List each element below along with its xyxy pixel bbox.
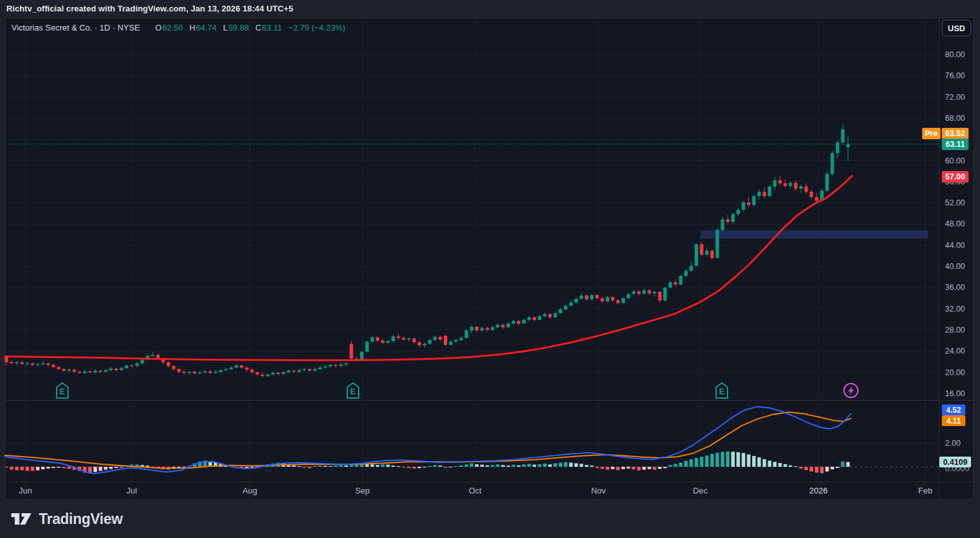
histogram-bar bbox=[700, 457, 704, 467]
candle-body bbox=[731, 214, 735, 222]
candle-body bbox=[642, 290, 646, 294]
candle-body bbox=[579, 296, 583, 299]
histogram-bar bbox=[694, 458, 698, 467]
candle-body bbox=[747, 202, 750, 205]
histogram-bar bbox=[668, 465, 672, 467]
histogram-bar bbox=[658, 467, 662, 469]
histogram-bar bbox=[810, 467, 813, 471]
candle-body bbox=[209, 371, 212, 373]
candle-body bbox=[804, 186, 808, 191]
histogram-bar bbox=[742, 453, 745, 467]
candle-body bbox=[527, 317, 531, 320]
candle-body bbox=[167, 362, 170, 366]
candle-body bbox=[183, 372, 186, 373]
candle-body bbox=[4, 357, 8, 362]
candle-body bbox=[324, 366, 328, 368]
histogram-bar bbox=[36, 467, 40, 471]
premarket-label-badge: Pre bbox=[922, 128, 941, 139]
price-tick-label: 28.00 bbox=[945, 326, 965, 335]
histogram-bar bbox=[454, 466, 458, 467]
candle-body bbox=[376, 338, 380, 341]
tradingview-logo[interactable]: TradingView bbox=[10, 509, 123, 529]
histogram-bar bbox=[470, 464, 474, 467]
last-price-badge: 63.11 bbox=[942, 139, 969, 150]
histogram-bar bbox=[517, 466, 521, 467]
candle-body bbox=[308, 369, 312, 371]
currency-button[interactable]: USD bbox=[942, 20, 971, 36]
histogram-bar bbox=[62, 467, 66, 468]
histogram-bar bbox=[710, 454, 714, 467]
candle-body bbox=[815, 197, 818, 201]
time-tick-label: 2026 bbox=[810, 486, 828, 495]
candle-body bbox=[585, 296, 589, 300]
histogram-bar bbox=[381, 464, 385, 467]
price-tick-label: 20.00 bbox=[945, 368, 965, 377]
histogram-bar bbox=[689, 459, 693, 467]
histogram-bar bbox=[345, 466, 349, 467]
histogram-bar bbox=[616, 467, 620, 470]
histogram-bar bbox=[386, 465, 390, 467]
histogram-bar bbox=[736, 452, 740, 467]
candle-body bbox=[318, 368, 322, 369]
histogram-bar bbox=[109, 467, 113, 469]
histogram-bar bbox=[491, 465, 495, 467]
candle-body bbox=[25, 363, 29, 364]
histogram-bar bbox=[783, 464, 787, 467]
signal-value-badge: 4.11 bbox=[942, 415, 965, 426]
candle-body bbox=[553, 313, 557, 317]
chart-canvas[interactable]: EEE bbox=[0, 0, 980, 538]
symbol-title[interactable]: Victorias Secret & Co. · 1D · NYSE bbox=[11, 23, 140, 32]
histogram-bar bbox=[324, 466, 328, 467]
histogram-bar bbox=[25, 467, 29, 471]
svg-text:E: E bbox=[350, 387, 355, 396]
candle-body bbox=[235, 366, 238, 368]
candle-body bbox=[543, 314, 547, 316]
candle-body bbox=[752, 196, 756, 205]
histogram-bar bbox=[815, 467, 818, 472]
candle-body bbox=[679, 276, 683, 284]
price-tick-label: 80.00 bbox=[945, 50, 965, 59]
candle-body bbox=[836, 142, 839, 153]
candle-body bbox=[825, 174, 829, 191]
histogram-bar bbox=[4, 467, 8, 467]
histogram-bar bbox=[705, 455, 709, 467]
low-label: L bbox=[223, 23, 228, 32]
histogram-bar bbox=[444, 467, 448, 467]
histogram-bar bbox=[626, 467, 630, 469]
candle-body bbox=[595, 295, 599, 298]
candle-body bbox=[606, 297, 610, 301]
histogram-bar bbox=[673, 464, 677, 467]
candle-body bbox=[574, 299, 578, 303]
histogram-bar bbox=[684, 461, 688, 467]
highlight-band[interactable] bbox=[701, 230, 928, 238]
histogram-bar bbox=[412, 467, 416, 469]
symbol-legend[interactable]: Victorias Secret & Co. · 1D · NYSE O 62.… bbox=[11, 22, 345, 33]
candle-body bbox=[245, 368, 249, 369]
histogram-bar bbox=[825, 467, 829, 471]
histogram-bar bbox=[632, 467, 636, 469]
candle-body bbox=[298, 370, 301, 371]
histogram-bar bbox=[428, 466, 432, 467]
candle-body bbox=[292, 371, 296, 372]
candle-body bbox=[371, 338, 375, 342]
histogram-bar bbox=[778, 463, 782, 467]
histogram-bar bbox=[308, 467, 312, 468]
candle-body bbox=[799, 186, 803, 188]
candle-body bbox=[564, 306, 568, 310]
candle-body bbox=[287, 371, 291, 372]
candle-body bbox=[454, 340, 458, 341]
svg-text:E: E bbox=[60, 387, 65, 396]
ma-price-badge: 57.00 bbox=[942, 171, 969, 183]
histogram-bar bbox=[120, 467, 123, 467]
candle-body bbox=[428, 340, 432, 344]
candle-body bbox=[266, 375, 270, 376]
candle-body bbox=[214, 372, 217, 373]
histogram-bar bbox=[642, 467, 646, 470]
time-tick-label: Dec bbox=[693, 486, 707, 495]
histogram-bar bbox=[57, 467, 60, 467]
histogram-bar bbox=[501, 465, 505, 467]
histogram-bar bbox=[480, 465, 484, 467]
candle-body bbox=[177, 369, 181, 372]
histogram-bar bbox=[114, 467, 118, 468]
histogram-bar bbox=[397, 466, 401, 467]
